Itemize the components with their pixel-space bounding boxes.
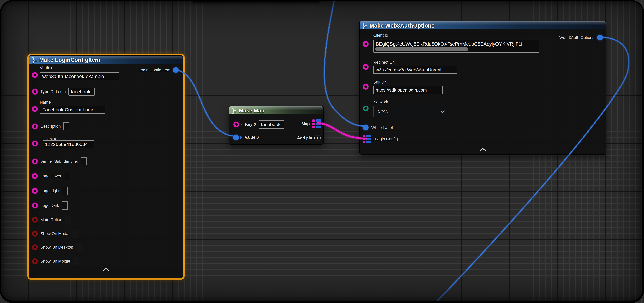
client-id-field[interactable]: BEglQSgt4cUWcj6SKRdu5QkOXTsePmMcusG5EAoy… xyxy=(373,40,539,52)
row-logo-dark: Logo Dark xyxy=(32,201,68,210)
client-id-input-pin[interactable] xyxy=(32,141,38,146)
show-on-mobile-input-pin[interactable] xyxy=(32,258,38,264)
pin-label-verifier: Verifier xyxy=(40,66,52,70)
node-header-make-map[interactable]: }≡ Make Map xyxy=(229,106,323,114)
collapse-chevron-icon[interactable] xyxy=(480,148,486,152)
pin-label-show-on-mobile: Show On Mobile xyxy=(40,259,70,264)
node-title: Make LoginConfigItem xyxy=(39,57,100,63)
node-make-map[interactable]: }≡ Make Map Key 0 facebook Map Value 0 A… xyxy=(229,106,324,144)
network-dropdown[interactable]: CYAN xyxy=(373,106,452,117)
logo-hover-field[interactable] xyxy=(64,172,70,180)
pin-label-sdk-url: Sdk Url xyxy=(373,80,387,84)
description-field[interactable] xyxy=(64,122,69,130)
row-main-option: Main Option xyxy=(32,216,71,224)
pin-label-main-option: Main Option xyxy=(40,218,62,222)
pin-label-logo-hover: Logo Hover xyxy=(40,174,62,178)
pin-label-white-label: White Label xyxy=(371,125,393,130)
sdk-url-field[interactable]: https://sdk.openlogin.com xyxy=(373,86,443,94)
chevron-down-icon xyxy=(440,109,444,114)
collapse-chevron-icon[interactable] xyxy=(103,268,109,272)
pin-label-value-0: Value 0 xyxy=(245,135,259,140)
pin-label-redirect-url: Redirect Url xyxy=(373,60,395,65)
row-white-label: White Label xyxy=(363,124,393,132)
pin-label-login-config: Login Config xyxy=(375,137,398,142)
pin-label-verifier-sub-identifier: Verifier Sub Identifier xyxy=(40,159,78,164)
name-field[interactable]: Facebook Custom Login xyxy=(40,106,105,114)
node-make-loginconfigitem[interactable]: }= Make LoginConfigItem Login Config Ite… xyxy=(29,55,183,278)
pin-label-network: Network xyxy=(373,100,388,104)
row-show-on-desktop: Show On Desktop xyxy=(32,243,82,252)
verifier-field[interactable]: web3auth-facebook-example xyxy=(40,72,119,80)
verifier-sub-identifier-field[interactable] xyxy=(81,157,86,166)
offscreen-node-partial[interactable] xyxy=(192,0,320,2)
logo-light-input-pin[interactable] xyxy=(32,188,38,194)
logo-light-field[interactable] xyxy=(62,187,68,195)
row-login-config: Login Config xyxy=(363,134,398,144)
show-on-modal-input-pin[interactable] xyxy=(32,231,38,236)
logo-dark-field[interactable] xyxy=(62,202,68,210)
client-id-field-scrollbar[interactable] xyxy=(375,47,468,51)
make-struct-icon: }= xyxy=(362,22,367,29)
verifier-input-pin[interactable] xyxy=(32,72,38,78)
row-description: Description xyxy=(32,122,69,130)
row-show-on-modal: Show On Modal xyxy=(32,230,78,238)
sdk-url-input-pin[interactable] xyxy=(363,84,368,90)
verifier-sub-identifier-input-pin[interactable] xyxy=(32,158,38,164)
key-0-input-pin[interactable] xyxy=(234,122,239,127)
pin-label-description: Description xyxy=(40,124,61,129)
show-on-desktop-checkbox[interactable] xyxy=(76,243,82,252)
output-pin-label-map: Map xyxy=(302,122,310,126)
redirect-url-input-pin[interactable] xyxy=(363,64,368,70)
logo-dark-input-pin[interactable] xyxy=(32,202,38,208)
add-pin-label: Add pin xyxy=(297,136,312,140)
add-pin-icon: + xyxy=(314,135,321,141)
value-0-pin-wedge xyxy=(240,136,242,139)
type-of-login-input-pin[interactable] xyxy=(32,89,38,94)
output-pin-label: Login Config Item xyxy=(138,68,170,72)
pin-label-show-on-desktop: Show On Desktop xyxy=(40,245,73,250)
description-input-pin[interactable] xyxy=(32,124,38,129)
row-value-0: Value 0 xyxy=(233,133,259,142)
node-header-make-web3authoptions[interactable]: }= Make Web3AuthOptions xyxy=(360,21,606,30)
output-row-web3auth-options: Web 3Auth Options xyxy=(559,33,603,42)
node-header-make-loginconfigitem[interactable]: }= Make LoginConfigItem xyxy=(29,56,183,64)
row-logo-hover: Logo Hover xyxy=(32,172,70,180)
type-of-login-field[interactable]: facebook xyxy=(68,88,95,96)
row-logo-light: Logo Light xyxy=(32,187,68,195)
pin-label-logo-dark: Logo Dark xyxy=(40,203,59,208)
make-struct-icon: }= xyxy=(32,57,37,63)
node-make-web3authoptions[interactable]: }= Make Web3AuthOptions Web 3Auth Option… xyxy=(359,21,606,154)
pin-label-show-on-modal: Show On Modal xyxy=(40,232,69,236)
make-map-icon: }≡ xyxy=(232,108,236,114)
client-id-input-pin[interactable] xyxy=(363,41,368,47)
main-option-checkbox[interactable] xyxy=(65,216,71,224)
main-option-input-pin[interactable] xyxy=(32,217,38,222)
row-show-on-mobile: Show On Mobile xyxy=(32,257,79,266)
key-0-field[interactable]: facebook xyxy=(258,120,284,128)
pin-label-name: Name xyxy=(40,100,51,105)
show-on-desktop-input-pin[interactable] xyxy=(32,244,38,250)
pin-label-type-of-login: Type Of Login xyxy=(40,90,66,94)
pin-label-client-id: Client Id xyxy=(373,33,388,38)
client-id-field[interactable]: 1222658941886084 xyxy=(42,140,94,148)
node-title: Make Map xyxy=(239,108,264,114)
name-input-pin[interactable] xyxy=(32,106,38,112)
logo-hover-input-pin[interactable] xyxy=(32,173,38,179)
row-key-0: Key 0 facebook xyxy=(234,120,284,129)
show-on-mobile-checkbox[interactable] xyxy=(73,257,79,266)
network-dropdown-value: CYAN xyxy=(378,109,388,114)
output-row-login-config-item: Login Config Item xyxy=(138,66,179,74)
pin-label-key-0: Key 0 xyxy=(245,122,256,127)
network-input-pin[interactable] xyxy=(363,106,368,111)
pin-label-logo-light: Logo Light xyxy=(40,188,60,193)
row-type-of-login: Type Of Login facebook xyxy=(32,88,95,96)
add-pin-button[interactable]: Add pin + xyxy=(297,134,321,142)
show-on-modal-checkbox[interactable] xyxy=(72,230,78,238)
redirect-url-field[interactable]: w3a://com.w3a.Web3AuthUnreal xyxy=(373,66,458,74)
node-title: Make Web3AuthOptions xyxy=(370,22,434,29)
row-verifier-sub-identifier: Verifier Sub Identifier xyxy=(32,157,86,166)
key-0-pin-wedge xyxy=(241,123,242,126)
output-pin-label: Web 3Auth Options xyxy=(559,35,594,40)
